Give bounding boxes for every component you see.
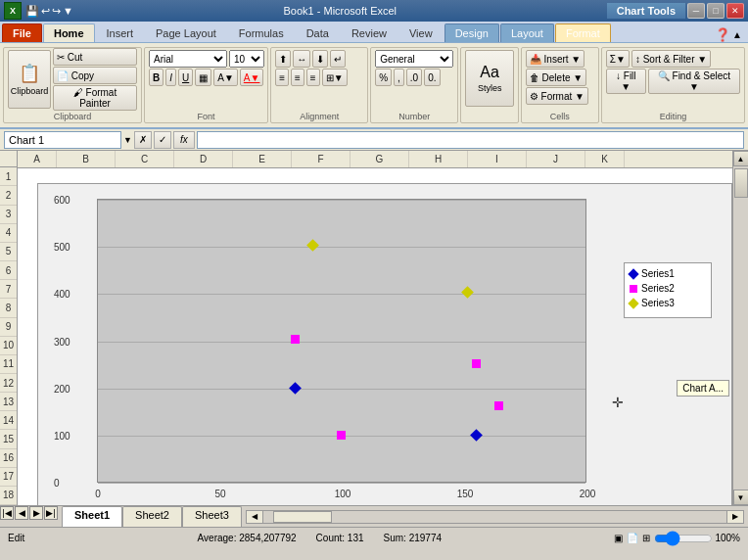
- paste-icon: 📋: [19, 63, 40, 84]
- col-headers: A B C D E F G H I J K: [18, 151, 732, 168]
- fx-button[interactable]: fx: [173, 131, 195, 149]
- col-K[interactable]: K: [585, 151, 625, 167]
- tab-data[interactable]: Data: [296, 23, 340, 42]
- ribbon-collapse-icon[interactable]: ▲: [732, 29, 742, 40]
- row-12: 12: [0, 374, 17, 393]
- help-icon[interactable]: ❓: [715, 27, 730, 42]
- col-G[interactable]: G: [351, 151, 409, 167]
- cancel-formula-button[interactable]: ✗: [134, 131, 152, 149]
- number-format-select[interactable]: General: [375, 50, 453, 68]
- file-tab[interactable]: File: [2, 23, 42, 42]
- prev-sheet-button[interactable]: ◀: [15, 506, 28, 520]
- decrease-decimal-button[interactable]: 0.: [424, 69, 440, 86]
- tab-home[interactable]: Home: [43, 23, 95, 42]
- col-F[interactable]: F: [292, 151, 351, 167]
- text-wrap-button[interactable]: ↵: [330, 50, 346, 68]
- col-J[interactable]: J: [527, 151, 585, 167]
- col-D[interactable]: D: [174, 151, 233, 167]
- underline-button[interactable]: U: [178, 69, 193, 86]
- confirm-formula-button[interactable]: ✓: [154, 131, 171, 149]
- styles-group: Aa Styles: [460, 47, 519, 123]
- scroll-right-button[interactable]: ▶: [726, 510, 744, 524]
- autosum-button[interactable]: Σ▼: [606, 50, 630, 68]
- y-label-300: 300: [54, 337, 70, 348]
- increase-decimal-button[interactable]: .0: [406, 69, 422, 86]
- spreadsheet-area: 1 2 3 4 5 6 7 8 9 10 11 12 13 14 15 16 1…: [0, 151, 748, 505]
- tab-formulas[interactable]: Formulas: [228, 23, 295, 42]
- expand-icon[interactable]: ▼: [123, 135, 132, 145]
- minimize-button[interactable]: ─: [687, 3, 705, 19]
- font-color-button[interactable]: A▼: [240, 69, 264, 86]
- col-A[interactable]: A: [18, 151, 57, 167]
- sum-status: Sum: 219774: [384, 533, 443, 543]
- series2-point-1: [291, 335, 300, 344]
- row-13: 13: [0, 393, 17, 411]
- tab-layout[interactable]: Layout: [500, 23, 554, 42]
- fill-color-button[interactable]: A▼: [213, 69, 238, 86]
- delete-cells-button[interactable]: 🗑 Delete ▼: [526, 69, 586, 86]
- h-scrollbar[interactable]: ◀ ▶: [242, 506, 748, 527]
- align-left-button[interactable]: ≡: [275, 69, 289, 86]
- scroll-thumb[interactable]: [734, 168, 748, 198]
- col-E[interactable]: E: [233, 151, 292, 167]
- fill-button[interactable]: ↓ Fill ▼: [606, 69, 646, 94]
- h-scroll-thumb[interactable]: [273, 511, 332, 523]
- vertical-scrollbar[interactable]: ▲ ▼: [732, 151, 748, 505]
- scroll-down-button[interactable]: ▼: [733, 490, 749, 505]
- sort-filter-button[interactable]: ↕ Sort & Filter ▼: [631, 50, 711, 68]
- view-page-break-icon[interactable]: ⊞: [642, 533, 650, 543]
- copy-button[interactable]: 📄 Copy: [53, 67, 137, 84]
- chart-container[interactable]: 600 500 400 300 200 100 0 0 50 100 150 2…: [37, 183, 732, 505]
- scroll-left-button[interactable]: ◀: [246, 510, 263, 524]
- sheet-tab-sheet3[interactable]: Sheet3: [182, 506, 242, 527]
- scroll-track[interactable]: [733, 166, 748, 490]
- format-cells-button[interactable]: ⚙ Format ▼: [526, 87, 588, 105]
- tab-design[interactable]: Design: [444, 23, 499, 42]
- align-middle-button[interactable]: ↔: [293, 50, 310, 68]
- cell-area[interactable]: 600 500 400 300 200 100 0 0 50 100 150 2…: [18, 168, 732, 505]
- align-center-button[interactable]: ≡: [291, 69, 304, 86]
- h-scroll-track[interactable]: [263, 510, 726, 524]
- align-bottom-button[interactable]: ⬇: [312, 50, 328, 68]
- name-box[interactable]: [4, 131, 121, 149]
- italic-button[interactable]: I: [165, 69, 176, 86]
- format-painter-button[interactable]: 🖌 Format Painter: [53, 85, 137, 111]
- first-sheet-button[interactable]: |◀: [0, 506, 14, 520]
- col-I[interactable]: I: [468, 151, 527, 167]
- comma-button[interactable]: ,: [394, 69, 404, 86]
- font-name-select[interactable]: Arial: [149, 50, 227, 68]
- zoom-slider[interactable]: [654, 533, 713, 544]
- align-top-button[interactable]: ⬆: [275, 50, 291, 68]
- tab-page-layout[interactable]: Page Layout: [145, 23, 227, 42]
- formula-input[interactable]: [197, 131, 744, 149]
- sheet-tab-sheet2[interactable]: Sheet2: [122, 506, 182, 527]
- percent-button[interactable]: %: [375, 69, 392, 86]
- styles-button[interactable]: Aa Styles: [465, 50, 514, 107]
- count-status: Count: 131: [316, 533, 364, 543]
- insert-cells-button[interactable]: 📥 Insert ▼: [526, 50, 584, 68]
- tab-format[interactable]: Format: [555, 23, 611, 42]
- align-right-button[interactable]: ≡: [306, 69, 320, 86]
- paste-button[interactable]: 📋 Clipboard: [8, 50, 51, 109]
- tab-view[interactable]: View: [398, 23, 444, 42]
- next-sheet-button[interactable]: ▶: [29, 506, 43, 520]
- font-size-select[interactable]: 10: [229, 50, 264, 68]
- bold-button[interactable]: B: [149, 69, 164, 86]
- view-normal-icon[interactable]: ▣: [614, 533, 623, 543]
- find-select-button[interactable]: 🔍 Find & Select ▼: [648, 69, 740, 94]
- close-button[interactable]: ✕: [726, 3, 744, 19]
- last-sheet-button[interactable]: ▶|: [44, 506, 58, 520]
- zoom-level: 100%: [715, 533, 740, 543]
- restore-button[interactable]: □: [707, 3, 725, 19]
- scroll-up-button[interactable]: ▲: [733, 151, 749, 166]
- cut-button[interactable]: ✂ Cut: [53, 48, 137, 66]
- col-B[interactable]: B: [57, 151, 116, 167]
- tab-insert[interactable]: Insert: [96, 23, 145, 42]
- border-button[interactable]: ▦: [195, 69, 211, 86]
- col-H[interactable]: H: [409, 151, 468, 167]
- merge-button[interactable]: ⊞▼: [322, 69, 348, 86]
- view-layout-icon[interactable]: 📄: [627, 533, 638, 543]
- sheet-tab-sheet1[interactable]: Sheet1: [62, 506, 122, 527]
- col-C[interactable]: C: [116, 151, 174, 167]
- tab-review[interactable]: Review: [341, 23, 397, 42]
